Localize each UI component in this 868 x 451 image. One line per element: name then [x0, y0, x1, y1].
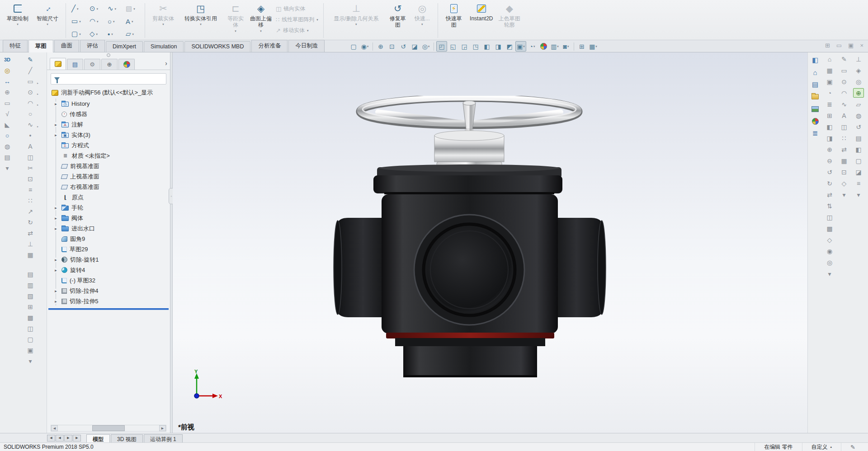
mirror-icon[interactable]: ◫	[25, 152, 36, 162]
tab-evaluate[interactable]: 评估	[80, 40, 105, 52]
revision-table-icon[interactable]: ▧	[25, 291, 36, 301]
tree-filter-input[interactable]	[51, 73, 166, 85]
close-pane-icon[interactable]: ×	[860, 42, 863, 49]
datum-icon[interactable]: ⊕	[2, 87, 13, 97]
move-icon[interactable]: ↗	[25, 207, 36, 216]
rectangle-icon[interactable]: ▭▸	[25, 76, 36, 86]
tree-item-annotations[interactable]: ▸A注解	[52, 119, 170, 130]
copy-settings-icon[interactable]: ▣	[824, 77, 835, 86]
spline-icon[interactable]: ∿▸	[25, 120, 36, 129]
hide-show-items-icon[interactable]: ◔▾	[527, 41, 538, 52]
geometric-tolerance-icon[interactable]: ▭	[2, 98, 13, 108]
measure-icon[interactable]: ✎	[839, 54, 849, 64]
ellipse-icon[interactable]: ○	[25, 109, 36, 118]
line-tool-icon[interactable]: ╱▾	[69, 2, 87, 15]
scroll-left-icon[interactable]: ◀	[51, 425, 58, 431]
annotation-tool-icon[interactable]: A	[839, 111, 849, 120]
appearances-icon[interactable]	[810, 117, 820, 126]
reset-icon[interactable]: ↺	[853, 122, 864, 132]
section-props-icon[interactable]: ⊙	[839, 77, 849, 86]
tree-item-sketch29[interactable]: 草图29	[52, 244, 170, 254]
location-dimension-icon[interactable]: ◎	[2, 66, 13, 75]
more-colA-icon[interactable]: ▾	[824, 269, 835, 278]
tab-sketch[interactable]: 草图	[28, 40, 53, 52]
tree-item-material[interactable]: ≣材质 <未指定>	[52, 150, 170, 161]
pane-options-icon[interactable]: ▦▾	[588, 41, 599, 52]
3d-drawing-view-icon[interactable]: 3D	[2, 55, 13, 64]
rectangle-tool-icon[interactable]: ▭▾	[69, 15, 87, 28]
tab-features[interactable]: 特征	[3, 40, 28, 52]
panel-collapse-grip[interactable]	[107, 53, 110, 57]
weldment-table-icon[interactable]: ▩	[25, 313, 36, 322]
right-half-icon[interactable]: ◨	[824, 133, 835, 143]
sensor-tool-icon[interactable]: ◠	[839, 88, 849, 98]
circle-tool-icon[interactable]: ⊙▾	[87, 2, 105, 15]
picture-icon[interactable]: ▣	[25, 345, 36, 355]
slot-tool-icon[interactable]: ▢▾	[69, 28, 87, 40]
stretch-icon[interactable]: ⇄	[25, 228, 36, 238]
scroll-thumb[interactable]	[92, 425, 125, 431]
tree-item-origin[interactable]: ⌊原点	[52, 192, 170, 202]
undo-view-icon[interactable]: ↺	[824, 167, 835, 177]
vertical-swap-icon[interactable]: ⇅	[824, 201, 835, 211]
shaded-icon[interactable]: ▩	[824, 224, 835, 233]
taskpane-expand-icon[interactable]: ◧	[810, 56, 820, 65]
shaded-sketch-contours-button[interactable]: ◆上色草图轮廓	[496, 1, 523, 40]
selected-filter-icon[interactable]: ⊕	[853, 88, 864, 98]
tree-item-cut-extrude4[interactable]: ▸切除-拉伸4	[52, 286, 170, 296]
expand-arrow-icon[interactable]: ▸	[53, 268, 59, 272]
bom-table-icon[interactable]: ⊞	[25, 302, 36, 311]
section-view-icon[interactable]: ◪	[409, 41, 420, 52]
apply-scene-icon[interactable]: ▥▾	[549, 41, 560, 52]
tree-item-valve-body[interactable]: ▸阀体	[52, 213, 170, 223]
arc-icon[interactable]: ◠▸	[25, 98, 36, 108]
zoom-fit-icon[interactable]: ⊕	[375, 41, 386, 52]
touch-ink-icon[interactable]: ✎	[841, 443, 864, 451]
next-sheet-icon[interactable]: ▶	[64, 435, 72, 442]
dimxpertmanager-tab[interactable]: ⊕	[101, 59, 118, 70]
expand-arrow-icon[interactable]: ▸	[53, 206, 59, 210]
tree-item-inlet-outlet[interactable]: ▸进出水口	[52, 223, 170, 234]
expand-arrow-icon[interactable]: ▸	[53, 289, 59, 293]
general-table-icon[interactable]: ▤	[2, 152, 13, 162]
visibility-eye-icon[interactable]: ◉▾	[359, 41, 370, 52]
scroll-track[interactable]	[58, 425, 159, 431]
tree-item-cut-extrude5[interactable]: ▸切除-拉伸5	[52, 296, 170, 306]
sheet-tab-model[interactable]: 模型	[86, 434, 110, 442]
more-colB-icon[interactable]: ▾	[839, 190, 849, 199]
rotate-icon[interactable]: ↻	[25, 217, 36, 227]
datum-target-icon[interactable]: ◍	[2, 141, 13, 151]
configurationmanager-tab[interactable]: ⚙	[84, 59, 100, 70]
expand-arrow-icon[interactable]: ▸	[53, 226, 59, 231]
top-view-icon[interactable]: ◨	[493, 41, 504, 52]
trim-entities-button[interactable]: ✂剪裁实体▾	[148, 1, 178, 40]
compare-icon[interactable]: ⇄	[839, 145, 849, 154]
symmetry-check-icon[interactable]: ◫	[839, 122, 849, 132]
hole-check-icon[interactable]: ⊡	[839, 167, 849, 177]
first-sheet-icon[interactable]: ◀	[47, 435, 55, 442]
zoom-in-icon[interactable]: ⊕	[824, 145, 835, 154]
dynamic-reference-icon[interactable]: ◎▾	[420, 41, 431, 52]
quick-snaps-button[interactable]: ◎快速...▾	[410, 1, 434, 40]
more-annotations-icon[interactable]: ▾	[2, 163, 13, 173]
circle-icon[interactable]: ⊙▸	[25, 87, 36, 97]
curvature-icon[interactable]: ∿	[839, 99, 849, 109]
edit-appearance-icon[interactable]	[538, 41, 549, 52]
convert-entities-button[interactable]: ◳转换实体引用▾	[178, 1, 223, 40]
left-view-icon[interactable]: ◳	[470, 41, 481, 52]
offset-icon[interactable]: ≡	[25, 185, 36, 194]
propertymanager-tab[interactable]: ▤	[67, 59, 83, 70]
status-custom-dropdown[interactable]: 自定义▴	[802, 443, 841, 451]
corner-icon[interactable]: ◪	[853, 167, 864, 177]
tab-simulation[interactable]: Simulation	[144, 41, 184, 52]
point-icon[interactable]: •	[25, 131, 36, 140]
tree-item-sensors[interactable]: ◔传感器	[52, 109, 170, 119]
offset-on-surface-button[interactable]: ◈曲面上偏移▾	[248, 1, 274, 40]
pattern-icon[interactable]: ∷	[25, 196, 36, 205]
instant2d-button[interactable]: Instant2D	[467, 1, 496, 40]
expand-arrow-icon[interactable]: ▸	[53, 258, 59, 262]
right-view-icon[interactable]: ◧	[481, 41, 492, 52]
weld-symbol-icon[interactable]: ◣	[2, 120, 13, 129]
expand-arrow-icon[interactable]: ▸	[53, 133, 59, 137]
mirror-pane-icon[interactable]: ◫	[824, 212, 835, 222]
